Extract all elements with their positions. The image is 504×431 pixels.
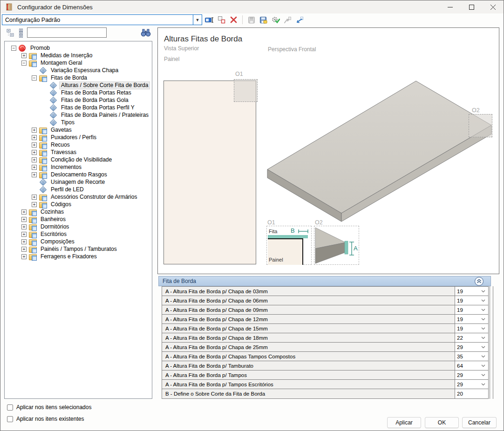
tree-expander-icon[interactable]	[21, 247, 27, 252]
tree-expander-icon[interactable]	[21, 53, 27, 58]
property-value-editor[interactable]: 19	[455, 305, 488, 314]
property-value-editor[interactable]: 29	[455, 343, 488, 351]
property-group-header: Fita de Borda	[158, 276, 491, 286]
tree-expander-icon[interactable]	[21, 239, 27, 244]
property-value-editor[interactable]: 29	[455, 380, 488, 389]
tree-item[interactable]: Incrementos	[5, 163, 152, 171]
property-value-editor[interactable]: 19	[455, 296, 488, 305]
import-icon[interactable]	[295, 15, 305, 25]
chevron-down-icon[interactable]	[481, 290, 485, 293]
checkbox-icon[interactable]	[7, 404, 13, 411]
property-value-editor[interactable]: 19	[455, 324, 488, 333]
maximize-button[interactable]	[461, 0, 482, 13]
delete-configuration-icon[interactable]	[229, 15, 238, 25]
rename-configuration-icon[interactable]	[204, 15, 214, 25]
tree-item[interactable]: Deslocamento Rasgos	[5, 171, 152, 178]
tree-expander-icon[interactable]	[32, 128, 37, 133]
chevron-down-icon[interactable]	[481, 337, 485, 339]
property-value-editor[interactable]: 19	[455, 315, 488, 323]
tree-item[interactable]: Painéis / Tampos / Tamburatos	[5, 245, 152, 253]
collapse-group-button[interactable]	[475, 277, 484, 286]
collapse-all-icon[interactable]	[7, 28, 15, 38]
tree-item[interactable]: Escritórios	[5, 230, 152, 238]
tree-search-input[interactable]	[27, 27, 107, 38]
save-configuration-icon[interactable]	[259, 15, 268, 25]
tree-expander-icon[interactable]	[21, 232, 27, 237]
tree-expander-icon[interactable]	[21, 209, 27, 215]
apply-selected-items-checkbox[interactable]: Aplicar nos itens selecionados	[7, 404, 91, 411]
tree-item[interactable]: Fitas de Borda Portas Gola	[5, 96, 152, 104]
tree-expander-icon[interactable]	[21, 224, 27, 229]
tree-expander-icon[interactable]	[32, 157, 37, 162]
chevron-down-icon[interactable]	[481, 299, 485, 302]
property-value-editor[interactable]: 22	[455, 333, 488, 342]
tree-item[interactable]: Fitas de Borda	[5, 74, 152, 81]
find-icon[interactable]	[141, 28, 151, 37]
checkbox-icon[interactable]	[7, 416, 13, 422]
apply-button[interactable]: Aplicar	[387, 417, 421, 428]
property-value-editor[interactable]: 20	[455, 389, 488, 398]
tree-item[interactable]: Códigos	[5, 201, 152, 208]
tree-node-icon	[49, 89, 57, 96]
chevron-down-icon[interactable]	[481, 364, 485, 367]
tree-item[interactable]: Fitas de Borda Portas Retas	[5, 89, 152, 96]
apply-existing-items-checkbox[interactable]: Aplicar nos itens existentes	[7, 416, 84, 422]
tree-expander-icon[interactable]	[32, 150, 37, 155]
chevron-down-icon[interactable]	[481, 346, 485, 349]
tree-item[interactable]: Dormitórios	[5, 223, 152, 230]
tree-item[interactable]: Usinagem de Recorte	[5, 178, 152, 186]
chevron-down-icon[interactable]	[481, 309, 485, 311]
chevron-down-icon[interactable]	[481, 327, 485, 330]
tree-expander-icon[interactable]	[21, 254, 27, 259]
tree-expander-icon[interactable]	[32, 172, 37, 177]
tree-expander-icon[interactable]	[21, 61, 27, 66]
tree-item[interactable]: Ferragens e Fixadores	[5, 253, 152, 260]
chevron-down-icon[interactable]	[481, 355, 485, 358]
property-value-editor[interactable]: 19	[455, 287, 488, 296]
cancel-button[interactable]: Cancelar	[462, 417, 497, 428]
tree-expander-icon[interactable]	[32, 202, 37, 207]
property-value-editor[interactable]: 29	[455, 370, 488, 379]
property-value-editor[interactable]: 64	[455, 361, 488, 370]
tree-expander-icon[interactable]	[32, 135, 37, 140]
expand-all-icon[interactable]	[17, 28, 26, 38]
chevron-down-icon[interactable]	[481, 383, 485, 386]
tree-item[interactable]: Perfil de LED	[5, 186, 152, 193]
tree-item[interactable]: Alturas / Sobre Corte Fita de Borda	[5, 81, 152, 89]
tree-item[interactable]: Variação Espessura Chapa	[5, 67, 152, 74]
tree-expander-icon[interactable]	[11, 46, 16, 51]
minimize-button[interactable]	[439, 0, 461, 13]
export-icon[interactable]	[283, 15, 293, 25]
tree-item[interactable]: Banheiros	[5, 216, 152, 223]
tree-expander-icon[interactable]	[32, 165, 37, 170]
configuration-select[interactable]: Configuração Padrão ▼	[2, 14, 202, 25]
tree-item[interactable]: Recuos	[5, 141, 152, 148]
tree-expander-icon[interactable]	[32, 75, 37, 81]
tree-expander-icon[interactable]	[32, 142, 37, 148]
tree-item[interactable]: Promob	[5, 44, 152, 52]
tree-item[interactable]: Acessórios Construtor de Armários	[5, 193, 152, 201]
tree-item[interactable]: Puxadores / Perfis	[5, 134, 152, 141]
tree-item[interactable]: Condição de Visibilidade	[5, 156, 152, 163]
apply-configuration-icon[interactable]	[271, 15, 280, 25]
chevron-down-icon[interactable]	[481, 318, 485, 321]
property-value-editor[interactable]: 35	[455, 352, 488, 361]
chevron-down-icon[interactable]	[481, 374, 485, 377]
tree-item[interactable]: Travessas	[5, 148, 152, 156]
chevron-down-icon[interactable]: ▼	[193, 15, 202, 25]
tree-expander-icon[interactable]	[32, 195, 37, 200]
tree-item[interactable]: Tipos	[5, 119, 152, 126]
tree-item[interactable]: Gavetas	[5, 126, 152, 134]
save-icon[interactable]	[246, 15, 256, 25]
tree-item[interactable]: Montagem Geral	[5, 59, 152, 67]
tree-expander-icon[interactable]	[21, 217, 27, 222]
ok-button[interactable]: OK	[425, 417, 459, 428]
tree-item[interactable]: Medidas de Inserção	[5, 52, 152, 59]
tree-item[interactable]: Fitas de Borda Paineis / Prateleiras	[5, 111, 152, 119]
tree-item[interactable]: Fitas de Borda Portas Perfil Y	[5, 104, 152, 111]
tree-item[interactable]: Composições	[5, 238, 152, 245]
duplicate-configuration-icon[interactable]	[217, 15, 226, 25]
configuration-select-value: Configuração Padrão	[2, 17, 193, 23]
tree-item[interactable]: Cozinhas	[5, 208, 152, 216]
close-button[interactable]	[482, 0, 504, 13]
